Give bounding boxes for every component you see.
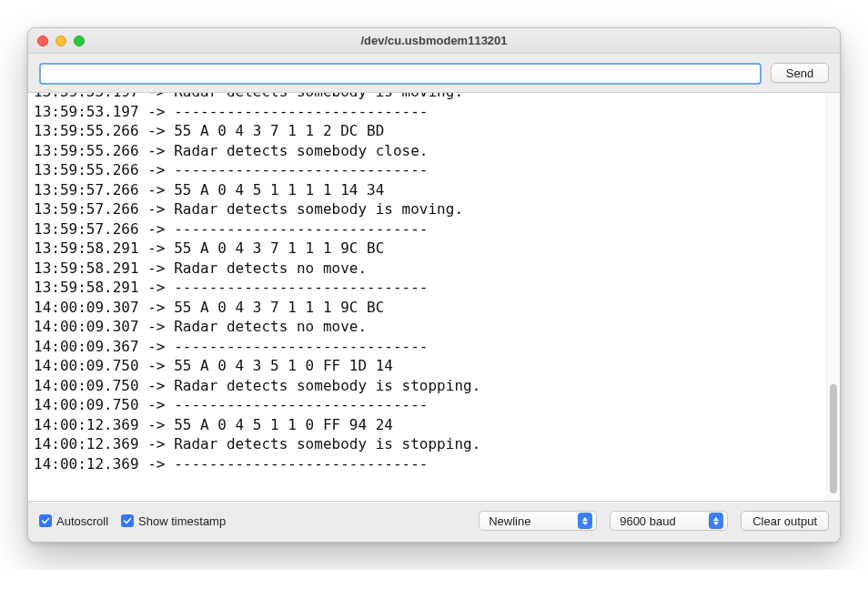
send-button[interactable]: Send (771, 63, 829, 83)
minimize-icon[interactable] (56, 36, 66, 46)
updown-icon (709, 513, 723, 529)
serial-input[interactable] (39, 63, 762, 85)
checkmark-icon (39, 514, 52, 527)
titlebar: /dev/cu.usbmodem113201 (28, 28, 840, 54)
footer: Autoscroll Show timestamp Newline 9600 b… (28, 502, 840, 542)
updown-icon (578, 513, 592, 529)
serial-output[interactable]: 13:59:53.197 -> Radar detects somebody i… (28, 92, 826, 501)
baud-value: 9600 baud (620, 514, 701, 528)
output-area: 13:59:53.197 -> Radar detects somebody i… (28, 92, 840, 502)
autoscroll-checkbox[interactable]: Autoscroll (39, 514, 108, 528)
scrollbar[interactable] (826, 93, 840, 501)
scrollbar-thumb[interactable] (830, 384, 837, 493)
show-timestamp-checkbox[interactable]: Show timestamp (121, 514, 226, 528)
maximize-icon[interactable] (74, 36, 85, 46)
serial-monitor-window: /dev/cu.usbmodem113201 Send 13:59:53.197… (27, 27, 841, 543)
checkmark-icon (121, 514, 134, 527)
show-timestamp-label: Show timestamp (138, 514, 226, 528)
baud-select[interactable]: 9600 baud (610, 511, 728, 531)
traffic-lights (28, 36, 85, 46)
send-toolbar: Send (28, 54, 840, 92)
line-ending-select[interactable]: Newline (479, 511, 597, 531)
line-ending-value: Newline (489, 514, 570, 528)
autoscroll-label: Autoscroll (56, 514, 108, 528)
window-title: /dev/cu.usbmodem113201 (28, 34, 840, 47)
close-icon[interactable] (37, 36, 48, 46)
clear-output-button[interactable]: Clear output (741, 511, 829, 531)
